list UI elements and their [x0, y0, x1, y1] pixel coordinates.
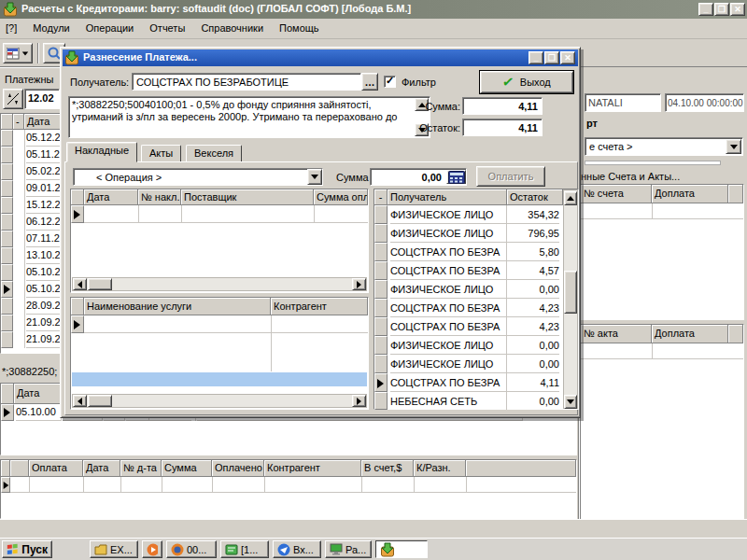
recipients-grid[interactable]: - Получатель Остаток ФИЗИЧЕСКОЕ ЛИЦО 354… — [374, 189, 579, 410]
close-icon: ✕ — [564, 53, 571, 63]
filter-checkbox[interactable]: ✓ — [384, 76, 396, 88]
table-row[interactable]: 05.02.2 — [26, 163, 63, 180]
recipient-name-selected[interactable]: СОЦСТРАХ ПО БЕЗРА — [390, 373, 506, 392]
date-filter-field[interactable]: 12.02 — [24, 89, 60, 109]
recipient-name[interactable]: СОЦСТРАХ ПО БЕЗРА — [390, 317, 506, 336]
task-remote[interactable]: Ра... — [325, 540, 372, 558]
recipients-vscrollbar[interactable] — [563, 189, 578, 409]
recipient-name[interactable]: ФИЗИЧЕСКОЕ ЛИЦО — [390, 224, 506, 243]
accounts-dropdown-button[interactable] — [726, 139, 741, 154]
table-row[interactable]: 21.09.2 — [26, 315, 63, 331]
recipient-name[interactable]: СОЦСТРАХ ПО БЕЗРА — [390, 243, 506, 261]
recipient-rest[interactable]: 354,32 — [507, 205, 559, 224]
table-row[interactable]: 28.09.2 — [26, 298, 63, 315]
task-explorer[interactable]: EX... — [90, 540, 138, 558]
table-row[interactable]: 05.12.2 — [26, 130, 63, 147]
minimize-button[interactable]: _ — [698, 3, 713, 16]
menu-reports[interactable]: Отчеты — [149, 22, 185, 34]
tab-nakladnye[interactable]: Накладные — [66, 142, 137, 162]
sort-toggle-button[interactable] — [3, 89, 23, 109]
comment-box[interactable]: *;30882250;50040100;01 - 0,5% до фонду с… — [68, 96, 430, 138]
task-active-app[interactable] — [375, 540, 428, 558]
calculator-button[interactable] — [446, 170, 466, 184]
scroll-right-button[interactable] — [352, 395, 366, 407]
recipient-rest[interactable]: 5,80 — [507, 243, 559, 261]
table-row[interactable]: 21.09.2 — [26, 331, 63, 348]
recipient-name[interactable]: НЕБЕСНАЯ СЕТЬ — [390, 392, 506, 410]
scroll-right-button[interactable] — [352, 278, 366, 290]
grid-view-button[interactable] — [3, 43, 33, 63]
tab-akty[interactable]: Акты — [141, 145, 181, 162]
scroll-left-button[interactable] — [73, 395, 87, 407]
services-hscrollbar[interactable] — [72, 394, 367, 408]
recipient-rest[interactable]: 0,00 — [507, 392, 559, 410]
recipient-name[interactable]: ФИЗИЧЕСКОЕ ЛИЦО — [390, 355, 506, 373]
tab-panel: < Операция > Сумма 0,00 Оплатить Дата № … — [64, 161, 578, 415]
recipient-name[interactable]: ФИЗИЧЕСКОЕ ЛИЦО — [390, 336, 506, 355]
menu-directories[interactable]: Справочники — [201, 22, 263, 34]
recipient-rest[interactable]: 4,23 — [507, 317, 559, 336]
acts-grid[interactable]: № акта Доплата — [580, 324, 744, 532]
menu-modules[interactable]: Модули — [33, 22, 69, 34]
recipient-rest[interactable]: 0,00 — [507, 336, 559, 355]
highlighted-row[interactable] — [72, 372, 367, 386]
table-row[interactable]: 05.10.2 — [26, 264, 63, 281]
menu-operations[interactable]: Операции — [86, 22, 134, 34]
scroll-up-button[interactable] — [564, 191, 577, 205]
table-row[interactable]: 07.11.2 — [26, 231, 63, 247]
scroll-down-button[interactable] — [564, 395, 577, 409]
tab-vekselya[interactable]: Векселя — [186, 145, 242, 162]
invoices-grid[interactable]: Дата № накл. Поставщик Сумма опл. — [70, 189, 369, 293]
table-row[interactable]: 13.10.2 — [26, 247, 63, 264]
scrollbar-thumb[interactable] — [88, 278, 112, 290]
table-row[interactable]: 09.01.2 — [26, 180, 63, 197]
task-firefox[interactable]: 00... — [166, 540, 217, 558]
recipient-lookup-button[interactable]: … — [361, 73, 378, 91]
arrow-right-icon — [357, 281, 361, 288]
services-grid[interactable]: Наименование услуги Контрагент — [70, 297, 369, 410]
task-card[interactable]: [1... — [220, 540, 269, 558]
recipient-rest-selected[interactable]: 4,11 — [507, 373, 559, 392]
payments-tab-label[interactable]: Платежны — [5, 74, 60, 85]
recipient-rest[interactable]: 796,95 — [507, 224, 559, 243]
pay-row-date[interactable]: 05.10.00 — [16, 404, 61, 421]
operator-datetime-field[interactable]: 04.10.00 00:00:00 — [665, 93, 744, 112]
table-row[interactable]: 05.11.2 — [26, 147, 63, 163]
recipient-name[interactable]: СОЦСТРАХ ПО БЕЗРА — [390, 261, 506, 280]
menu-help[interactable]: Помощь — [279, 22, 319, 34]
operation-dropdown-button[interactable] — [307, 169, 322, 185]
col-data: Дата — [83, 460, 120, 477]
operation-dropdown[interactable]: < Операция > — [73, 168, 323, 186]
menu-help-brackets[interactable]: [?] — [6, 22, 17, 34]
recipient-field[interactable]: СОЦСТРАХ ПО БЕЗРАБОТИЦЕ — [132, 73, 361, 91]
recipient-name[interactable]: ФИЗИЧЕСКОЕ ЛИЦО — [390, 280, 506, 299]
sum-label: Сумма: — [421, 101, 460, 112]
invoices-hscrollbar[interactable] — [72, 277, 367, 291]
exit-button[interactable]: ✓ Выход — [479, 70, 574, 94]
start-button[interactable]: Пуск — [2, 540, 52, 558]
dialog-minimize-button[interactable]: _ — [529, 51, 543, 64]
task-mail[interactable]: Вх... — [273, 540, 321, 558]
scrollbar-thumb[interactable] — [88, 395, 112, 407]
recipient-rest[interactable]: 0,00 — [507, 280, 559, 299]
operator-name-field[interactable]: NATALI — [585, 93, 661, 112]
recipient-name[interactable]: ФИЗИЧЕСКОЕ ЛИЦО — [390, 205, 506, 224]
dialog-close-button[interactable]: ✕ — [560, 51, 575, 64]
recipient-rest[interactable]: 4,57 — [507, 261, 559, 280]
scrollbar-thumb[interactable] — [564, 271, 577, 314]
recipient-name[interactable]: СОЦСТРАХ ПО БЕЗРА — [390, 299, 506, 317]
close-button[interactable]: ✕ — [730, 3, 745, 16]
recipient-rest[interactable]: 0,00 — [507, 355, 559, 373]
filter-label[interactable]: Фильтр — [402, 77, 443, 88]
table-row-selected[interactable]: 05.10.2 — [26, 281, 63, 298]
accounts-grid[interactable]: № счета Доплата — [580, 184, 744, 320]
table-row[interactable]: 15.12.2 — [26, 197, 63, 214]
recipient-rest[interactable]: 4,23 — [507, 299, 559, 317]
payments-bottom-grid[interactable]: Оплата Дата № д-та Сумма Оплачено Контра… — [0, 459, 577, 519]
dialog-maximize-button[interactable]: ❐ — [544, 51, 559, 64]
scroll-left-button[interactable] — [73, 278, 87, 290]
table-row[interactable]: 06.12.2 — [26, 214, 63, 231]
maximize-button[interactable]: ❐ — [714, 3, 729, 16]
task-mediaplayer[interactable] — [142, 540, 162, 558]
accounts-dropdown[interactable]: е счета > — [585, 137, 743, 156]
